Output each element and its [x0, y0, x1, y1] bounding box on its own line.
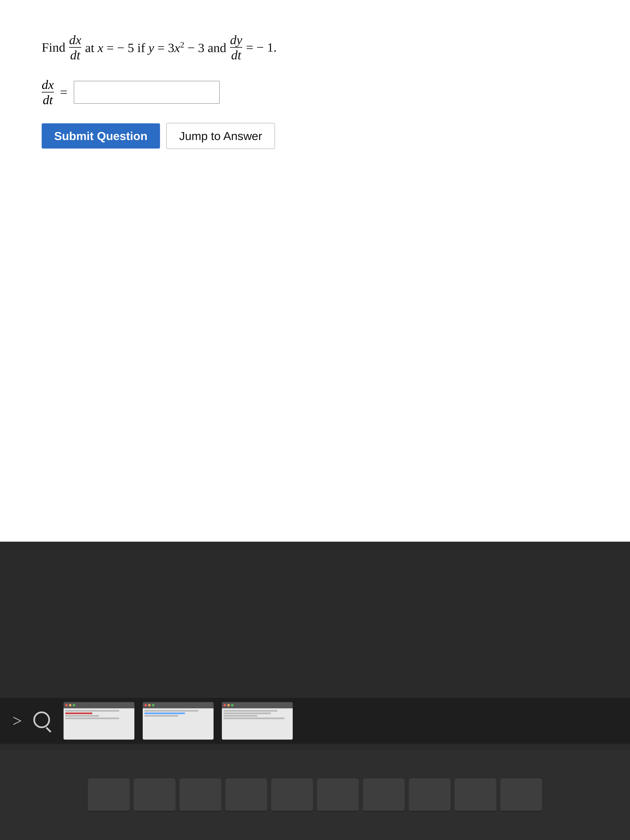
answer-input[interactable] — [74, 81, 219, 104]
frac-line-2 — [230, 47, 242, 48]
key-6[interactable] — [317, 778, 359, 812]
taskbar: > — [0, 698, 630, 744]
thumb2-line-3 — [144, 715, 178, 717]
keyboard-row — [88, 778, 542, 812]
thumb-header-2 — [143, 702, 213, 708]
question-line: Find dx dt at x = − 5 if y = 3x2 − 3 and… — [42, 33, 588, 62]
thumb2-line-2 — [144, 712, 185, 714]
thumb2-dot-green — [152, 704, 155, 706]
dydt-fraction: dy dt — [230, 33, 242, 62]
thumb-body-1 — [63, 708, 134, 740]
key-9[interactable] — [455, 778, 496, 812]
dt-denominator: dt — [70, 49, 80, 62]
thumb3-dot-yellow — [227, 704, 230, 706]
submit-question-button[interactable]: Submit Question — [42, 123, 160, 148]
answer-frac-line — [42, 92, 54, 93]
thumb3-dot-green — [231, 704, 234, 706]
key-1[interactable] — [88, 778, 129, 812]
dy-numerator: dy — [230, 33, 242, 46]
thumb-dot-red — [65, 704, 68, 706]
thumb-dot-yellow — [69, 704, 71, 706]
taskbar-thumbnail-2[interactable] — [143, 702, 213, 740]
key-10[interactable] — [501, 778, 542, 812]
thumb2-dot-yellow — [148, 704, 151, 706]
answer-dx: dx — [42, 78, 54, 91]
key-5[interactable] — [271, 778, 313, 812]
taskbar-thumbnail-1[interactable] — [63, 702, 134, 740]
thumb3-line-3 — [224, 715, 257, 717]
key-8[interactable] — [409, 778, 450, 812]
jump-to-answer-button[interactable]: Jump to Answer — [166, 123, 275, 149]
keyboard-area — [0, 750, 630, 840]
equals-minus-one: = − 1. — [246, 40, 277, 55]
taskbar-forward-arrow[interactable]: > — [13, 712, 22, 730]
question-middle: at x = − 5 if y = 3x2 − 3 and — [85, 40, 226, 55]
taskbar-search-button[interactable] — [30, 708, 55, 733]
find-label: Find — [42, 40, 65, 55]
content-area: Find dx dt at x = − 5 if y = 3x2 − 3 and… — [0, 0, 630, 542]
thumb-header-1 — [63, 702, 134, 708]
question-block: Find dx dt at x = − 5 if y = 3x2 − 3 and… — [42, 33, 588, 62]
thumb-line-3 — [65, 715, 99, 717]
dy-dt-denominator: dt — [231, 49, 241, 62]
thumb-line-1 — [65, 710, 119, 712]
dxdt-fraction: dx dt — [69, 33, 82, 62]
answer-dt: dt — [43, 93, 53, 106]
key-7[interactable] — [363, 778, 404, 812]
dx-numerator: dx — [69, 33, 82, 46]
answer-row: dx dt = — [42, 78, 588, 106]
thumb3-dot-red — [224, 704, 226, 706]
thumb2-dot-red — [144, 704, 147, 706]
taskbar-thumbnail-3[interactable] — [222, 702, 293, 740]
answer-dxdt-label: dx dt — [42, 78, 54, 106]
thumb3-line-1 — [224, 710, 278, 712]
thumb-header-3 — [222, 702, 293, 708]
thumb2-line-1 — [144, 710, 198, 712]
search-icon — [33, 712, 50, 728]
key-3[interactable] — [180, 778, 221, 812]
thumb-line-4 — [65, 717, 119, 719]
key-2[interactable] — [134, 778, 175, 812]
thumb-body-3 — [222, 708, 293, 740]
thumb-dot-green — [73, 704, 75, 706]
browser-area: Find dx dt at x = − 5 if y = 3x2 − 3 and… — [0, 0, 630, 542]
frac-line-1 — [69, 47, 82, 48]
thumb-body-2 — [143, 708, 213, 740]
thumb-line-2 — [65, 712, 92, 714]
thumb3-line-2 — [224, 712, 271, 714]
key-4[interactable] — [226, 778, 267, 812]
answer-equals: = — [60, 85, 68, 99]
thumb3-line-4 — [224, 717, 284, 719]
button-row: Submit Question Jump to Answer — [42, 123, 588, 149]
